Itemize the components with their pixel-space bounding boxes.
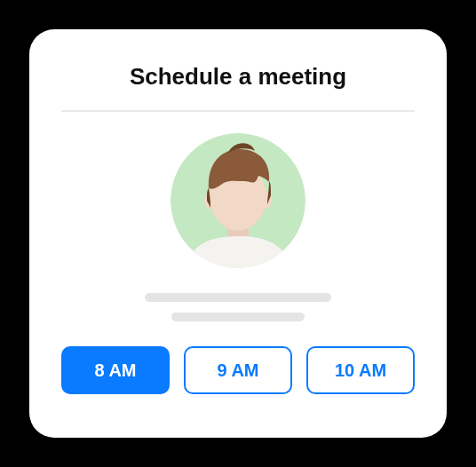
time-slot-group: 8 AM 9 AM 10 AM	[61, 346, 415, 394]
placeholder-text	[145, 293, 331, 321]
card-title: Schedule a meeting	[130, 63, 346, 91]
time-slot-2[interactable]: 10 AM	[306, 346, 415, 394]
time-slot-0[interactable]: 8 AM	[61, 346, 170, 394]
schedule-meeting-card: Schedule a meeting	[29, 29, 447, 438]
placeholder-line	[171, 313, 305, 321]
time-slot-label: 8 AM	[94, 360, 136, 381]
divider	[61, 110, 415, 112]
placeholder-line	[145, 293, 331, 302]
avatar	[166, 131, 310, 268]
time-slot-label: 10 AM	[335, 360, 386, 381]
avatar-illustration	[166, 131, 310, 268]
time-slot-label: 9 AM	[217, 360, 258, 381]
time-slot-1[interactable]: 9 AM	[184, 346, 292, 394]
